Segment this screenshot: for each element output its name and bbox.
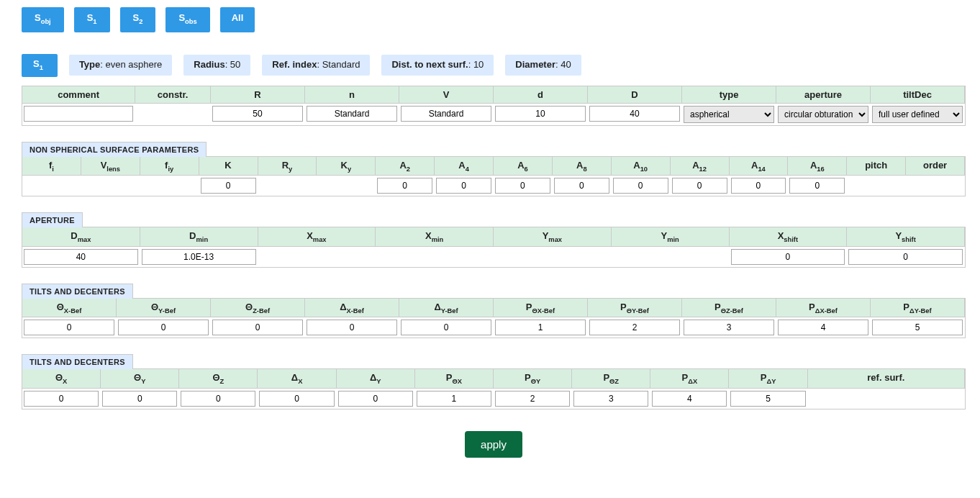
input-Dmin[interactable] xyxy=(142,249,256,265)
input-A12[interactable] xyxy=(672,178,727,194)
input-dx[interactable] xyxy=(259,391,334,407)
input-dyb[interactable] xyxy=(401,320,491,335)
summary-dist: Dist. to next surf.: 10 xyxy=(381,55,494,76)
surface-tab-row: Sobj S1 S2 Sobs All xyxy=(22,7,966,32)
hdr-A4: A4 xyxy=(435,157,494,176)
input-K[interactable] xyxy=(201,178,256,194)
hdr-order: order xyxy=(906,157,965,176)
main-parameters-grid: comment constr. R n V d D type aperture … xyxy=(22,86,966,126)
input-thz[interactable] xyxy=(181,391,255,407)
input-pdxb[interactable] xyxy=(778,320,868,335)
cell-pitch xyxy=(847,176,906,196)
input-pdy[interactable] xyxy=(730,391,805,407)
hdr-tiltDec: tiltDec xyxy=(871,86,965,104)
cell-Xmin xyxy=(376,247,494,267)
input-pthzb[interactable] xyxy=(684,320,774,335)
input-pthy[interactable] xyxy=(495,391,570,407)
hdr-Dmin: Dmin xyxy=(140,227,258,247)
input-thy[interactable] xyxy=(102,391,177,407)
select-type[interactable]: aspherical xyxy=(684,106,774,123)
aperture-grid: Dmax Dmin Xmax Xmin Ymax Ymin Xshift Ysh… xyxy=(22,227,966,268)
input-Dmax[interactable] xyxy=(24,249,138,265)
select-tiltDec[interactable]: full user defined xyxy=(872,106,963,123)
input-d[interactable] xyxy=(495,106,586,122)
hdr-D: D xyxy=(588,86,682,104)
input-A16[interactable] xyxy=(789,178,845,194)
summary-refindex: Ref. index: Standard xyxy=(262,55,370,76)
hdr-comment: comment xyxy=(22,86,135,104)
summary-diameter: Diameter: 40 xyxy=(505,55,581,76)
tab-s-obj[interactable]: Sobj xyxy=(22,7,64,32)
tab-s2[interactable]: S2 xyxy=(120,7,156,32)
input-dxb[interactable] xyxy=(307,320,397,335)
hdr-pthx: PΘX xyxy=(415,369,494,389)
cell-Ry xyxy=(258,176,317,196)
hdr-Ry: Ry xyxy=(258,157,317,176)
input-comment[interactable] xyxy=(24,106,133,122)
input-A4[interactable] xyxy=(436,178,491,194)
hdr-pthxb: PΘX-Bef xyxy=(494,299,588,318)
hdr-type: type xyxy=(682,86,776,104)
input-pdyb[interactable] xyxy=(872,320,963,335)
hdr-thx: ΘX xyxy=(22,369,101,389)
hdr-Yshift: Yshift xyxy=(847,227,965,247)
input-V[interactable] xyxy=(401,106,491,122)
cell-Ymax xyxy=(494,247,612,267)
nonspherical-grid: fi Vlens fiy K Ry Ky A2 A4 A6 A8 A10 A12… xyxy=(22,156,966,197)
input-thxb[interactable] xyxy=(24,320,114,335)
cell-Ymin xyxy=(612,247,730,267)
cell-refsurf xyxy=(808,389,965,409)
cell-fiy xyxy=(140,176,199,196)
hdr-R: R xyxy=(211,86,305,104)
hdr-refsurf: ref. surf. xyxy=(808,369,965,389)
input-pthx[interactable] xyxy=(417,391,491,407)
hdr-thy: ΘY xyxy=(101,369,179,389)
select-aperture[interactable]: circular obturation xyxy=(778,106,868,123)
hdr-Ky: Ky xyxy=(317,157,376,176)
input-pthyb[interactable] xyxy=(589,320,680,335)
input-thyb[interactable] xyxy=(118,320,209,335)
hdr-V: V xyxy=(399,86,494,104)
apply-button[interactable]: apply xyxy=(465,431,522,458)
input-dy[interactable] xyxy=(338,391,413,407)
input-Yshift[interactable] xyxy=(848,249,963,265)
hdr-fi: fi xyxy=(22,157,81,176)
surface-summary: S1 Type: even asphere Radius: 50 Ref. in… xyxy=(22,54,966,77)
summary-radius: Radius: 50 xyxy=(183,55,250,76)
input-A14[interactable] xyxy=(731,178,786,194)
hdr-d: d xyxy=(494,86,588,104)
input-thzb[interactable] xyxy=(212,320,303,335)
hdr-pdxb: PΔX-Bef xyxy=(776,299,871,318)
summary-type: Type: even asphere xyxy=(69,55,172,76)
tilts-after-grid: ΘX ΘY ΘZ ΔX ΔY PΘX PΘY PΘZ PΔX PΔY ref. … xyxy=(22,368,966,409)
input-pthxb[interactable] xyxy=(495,320,586,335)
hdr-dx: ΔX xyxy=(258,369,336,389)
input-A2[interactable] xyxy=(377,178,432,194)
input-pdx[interactable] xyxy=(652,391,727,407)
hdr-A14: A14 xyxy=(730,157,789,176)
input-A10[interactable] xyxy=(613,178,668,194)
hdr-A8: A8 xyxy=(553,157,612,176)
hdr-pthzb: PΘZ-Bef xyxy=(682,299,776,318)
hdr-Ymin: Ymin xyxy=(612,227,730,247)
input-thx[interactable] xyxy=(24,391,99,407)
legend-nonspherical: NON SPHERICAL SURFACE PARAMETERS xyxy=(22,142,207,157)
input-pthz[interactable] xyxy=(573,391,648,407)
input-D[interactable] xyxy=(589,106,680,122)
tab-all[interactable]: All xyxy=(220,7,255,32)
input-A8[interactable] xyxy=(554,178,609,194)
input-A6[interactable] xyxy=(495,178,550,194)
tab-s1[interactable]: S1 xyxy=(74,7,110,32)
input-Xshift[interactable] xyxy=(731,249,845,265)
cell-fi xyxy=(22,176,81,196)
tab-s-obs[interactable]: Sobs xyxy=(165,7,209,32)
summary-surface-badge: S1 xyxy=(22,54,58,77)
cell-constr xyxy=(135,104,211,125)
cell-order xyxy=(906,176,965,196)
hdr-fiy: fiy xyxy=(140,157,199,176)
hdr-dxb: ΔX-Bef xyxy=(305,299,399,318)
input-n[interactable] xyxy=(307,106,397,122)
hdr-pthy: PΘY xyxy=(494,369,572,389)
tilts-before-grid: ΘX-Bef ΘY-Bef ΘZ-Bef ΔX-Bef ΔY-Bef PΘX-B… xyxy=(22,298,966,339)
input-R[interactable] xyxy=(212,106,303,122)
